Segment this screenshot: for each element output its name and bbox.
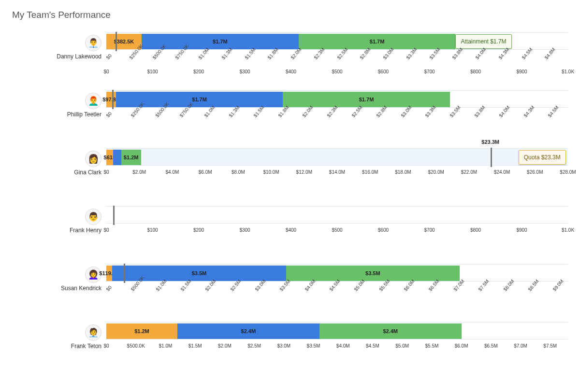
tick-label: $200 <box>193 227 204 233</box>
tick-label: $0 <box>105 111 113 119</box>
tick-label: $7.5M <box>543 343 557 349</box>
tick-label: $16.0M <box>362 169 378 175</box>
tick-label: $100 <box>147 227 158 233</box>
tick-label: $4.0M <box>336 343 350 349</box>
tick-label: $400 <box>286 227 296 233</box>
axis: $0$500.0K$1.0M$1.5M$2.0M$2.5M$3.0M$3.5M$… <box>106 340 568 356</box>
tick-label: $400 <box>286 69 296 74</box>
tick-label: $8.0M <box>232 169 245 175</box>
performance-row: 👩Gina Clark$615$1.2M$23.3MQuota $23.3M$0… <box>12 148 568 182</box>
bar-segment-orange: $119.5K <box>106 266 112 281</box>
quota-marker-label: $23.3M <box>481 139 499 145</box>
tick-label: $600 <box>378 227 389 233</box>
performance-row: 👨‍🦰Phillip Teetler$0$100$200$300$400$500… <box>12 90 568 124</box>
tick-label: $2.0M <box>218 343 232 349</box>
tick-label: $800 <box>470 227 481 233</box>
quota-marker <box>116 32 117 51</box>
tick-label: $600 <box>378 69 389 74</box>
person-name: Danny Lakewood <box>57 53 102 60</box>
tick-label: $6.5M <box>484 343 498 349</box>
person-name: Frank Teton <box>71 343 102 350</box>
tick-label: $1.0K <box>562 227 574 233</box>
tick-label: $300 <box>239 227 250 233</box>
quota-marker <box>113 206 115 225</box>
performance-row: 👨‍💼Danny Lakewood$382.5K$1.7M$1.7MAttain… <box>12 32 568 66</box>
tick-label: $900 <box>516 227 527 233</box>
tick-label: $26.0M <box>527 169 543 175</box>
avatar: 👩 <box>85 151 102 167</box>
person-cell: 🧑‍💼Frank Teton <box>12 322 106 350</box>
tick-label: $4.0M <box>166 169 179 175</box>
avatar: 👨‍🦰 <box>85 93 102 109</box>
tick-label: $6.0M <box>455 343 468 349</box>
axis: $0$250.0K$500.0K$750.0K$1.0M$1.3M$1.5M$1… <box>106 51 568 66</box>
tick-label: $2.5M <box>247 343 261 349</box>
tick-label: $500 <box>332 227 342 233</box>
tick-label: $0 <box>103 227 109 233</box>
tick-label: $3.5M <box>307 343 320 349</box>
person-cell: 👨‍💼Danny Lakewood <box>12 32 106 60</box>
tick-label: $200 <box>193 69 204 74</box>
chart-area: $0$100$200$300$400$500$600$700$800$900$1… <box>106 206 568 240</box>
chart-area: $0$100$200$300$400$500$600$700$800$900$1… <box>106 90 568 124</box>
person-cell: 👩‍🦱Susan Kendrick <box>12 264 106 292</box>
tick-label: $0 <box>103 69 109 74</box>
tick-label: $6.0M <box>199 169 212 175</box>
bar-track: $615$1.2M$23.3MQuota $23.3M <box>106 148 568 166</box>
tick-label: $1.5M <box>188 343 202 349</box>
quota-marker <box>124 264 125 283</box>
page-title: My Team's Performance <box>12 10 568 20</box>
tick-label: $800 <box>470 69 481 74</box>
tick-label: $500 <box>332 69 342 74</box>
axis-top: $0$100$200$300$400$500$600$700$800$900$1… <box>106 66 568 74</box>
tick-label: $300 <box>239 69 250 74</box>
bar-track: $1.2M$2.4M$2.4M <box>106 322 568 339</box>
tick-label: $900 <box>516 69 527 74</box>
avatar: 👨‍💼 <box>85 35 102 51</box>
tick-label: $1.0K <box>562 69 574 74</box>
bar-track <box>106 206 568 224</box>
axis: $0$500.0K$1.0M$1.5M$2.0M$2.5M$3.0M$3.5M$… <box>106 282 568 298</box>
chart-area: $615$1.2M$23.3MQuota $23.3M$0$2.0M$4.0M$… <box>106 148 568 182</box>
performance-row: 🧑‍💼Frank Teton$1.2M$2.4M$2.4M$0$500.0K$1… <box>12 322 568 356</box>
person-cell: 👨Frank Henry <box>12 206 106 234</box>
person-cell: 👨‍🦰Phillip Teetler <box>12 90 106 118</box>
bar-track: $382.5K$1.7M$1.7MAttainment $1.7M <box>106 32 568 50</box>
tick-label: $500.0K <box>127 343 145 349</box>
tick-label: $100 <box>147 69 158 74</box>
chart-area: $119.5K$3.5M$3.5M$0$500.0K$1.0M$1.5M$2.0… <box>106 264 568 298</box>
bar-segment-blue: $2.4M <box>177 323 319 339</box>
tick-label: $14.0M <box>329 169 345 175</box>
person-name: Phillip Teetler <box>67 111 102 118</box>
bar-segment-orange: $1.2M <box>106 323 177 339</box>
person-name: Frank Henry <box>70 227 102 234</box>
tick-label: $5.0M <box>395 343 409 349</box>
avatar: 👨 <box>85 209 102 225</box>
bar-track: $97.8K$1.7M$1.7M <box>106 90 568 108</box>
quota-marker <box>491 148 492 167</box>
avatar: 🧑‍💼 <box>85 324 102 341</box>
tick-label: $22.0M <box>461 169 477 175</box>
tick-label: $12.0M <box>296 169 312 175</box>
performance-row: 👨Frank Henry$0$100$200$300$400$500$600$7… <box>12 206 568 240</box>
bar-segment-orange: $615 <box>106 150 113 165</box>
tooltip: Quota $23.3M <box>519 150 566 165</box>
bar-segment-orange: $97.8K <box>106 92 116 107</box>
tick-label: $0 <box>105 285 113 293</box>
tick-label: $10.0M <box>263 169 279 175</box>
bar-segment-green: $2.4M <box>319 323 462 339</box>
bar-segment-blue <box>113 150 121 165</box>
performance-rows: 👨‍💼Danny Lakewood$382.5K$1.7M$1.7MAttain… <box>12 32 568 356</box>
tick-label: $28.0M <box>560 169 576 175</box>
axis: $0$100$200$300$400$500$600$700$800$900$1… <box>106 224 568 240</box>
tooltip: Attainment $1.7M <box>455 34 511 49</box>
tick-label: $2.0M <box>132 169 146 175</box>
tick-label: $3.0M <box>277 343 290 349</box>
tick-label: $18.0M <box>395 169 411 175</box>
tick-label: $0 <box>103 169 109 175</box>
tick-label: $20.0M <box>428 169 444 175</box>
person-name: Susan Kendrick <box>61 285 102 292</box>
tick-label: $0 <box>105 53 113 61</box>
person-cell: 👩Gina Clark <box>12 148 106 176</box>
tick-label: $700 <box>424 227 435 233</box>
